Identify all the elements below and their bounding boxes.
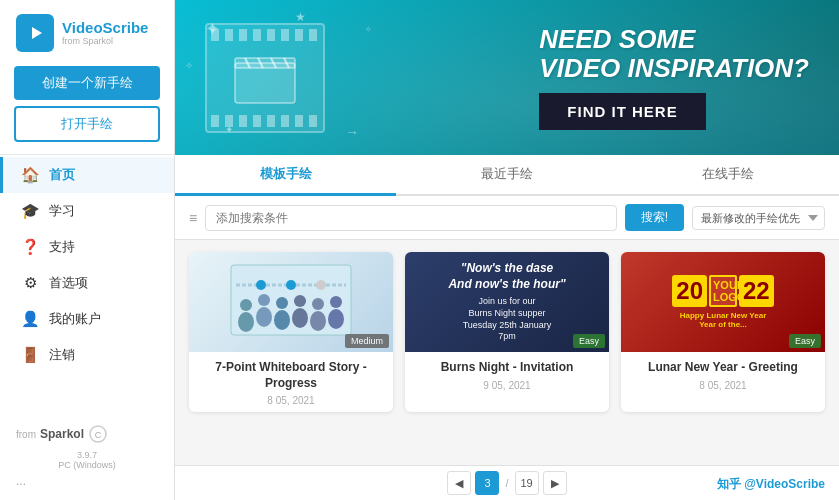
create-button[interactable]: 创建一个新手绘 [14, 66, 160, 100]
whiteboard-svg [226, 260, 356, 345]
list-view-icon[interactable]: ≡ [189, 210, 197, 226]
ny-year-20: 20 [672, 275, 707, 307]
main-content: ✦ ✧ ★ ✦ ✧ → NEED SOME VIDEO [175, 0, 839, 500]
sidebar-item-logout[interactable]: 🚪 注销 [0, 337, 174, 373]
pagination: ◀ 3 / 19 ▶ [447, 471, 566, 495]
svg-point-24 [286, 280, 296, 290]
card-3-thumb-content: 20 YOURLOGO 22 Happy Lunar New YearYear … [666, 269, 779, 335]
svg-text:C: C [95, 430, 102, 440]
tab-templates[interactable]: 模板手绘 [175, 155, 396, 196]
card-2-thumb: "Now's the dase And now's the hour" Join… [405, 252, 609, 352]
ny-subtitle: Happy Lunar New YearYear of the... [680, 311, 767, 329]
learn-icon: 🎓 [21, 202, 39, 220]
card-3-date: 8 05, 2021 [631, 380, 815, 391]
logo-icon [16, 14, 54, 52]
clapperboard-svg [230, 48, 300, 108]
pagination-next[interactable]: ▶ [543, 471, 567, 495]
card-1-difficulty: Medium [345, 334, 389, 348]
sidebar-item-learn[interactable]: 🎓 学习 [0, 193, 174, 229]
sidebar-item-support[interactable]: ❓ 支持 [0, 229, 174, 265]
card-2-info: Burns Night - Invitation 9 05, 2021 [405, 352, 609, 397]
logo-area: VideoScribe from Sparkol [0, 0, 174, 62]
sidebar-item-learn-label: 学习 [49, 202, 75, 220]
svg-point-16 [294, 295, 306, 307]
user-icon: 👤 [21, 310, 39, 328]
svg-rect-3 [235, 63, 295, 103]
card-1-date: 8 05, 2021 [199, 395, 383, 406]
banner-left [175, 23, 529, 133]
watermark-right: 知乎 @VideoScribe [567, 474, 825, 493]
sidebar-bottom: from Sparkol C 3.9.7 PC (Windows) ... [0, 412, 174, 500]
card-2[interactable]: "Now's the dase And now's the hour" Join… [405, 252, 609, 412]
sparkol-name-text: Sparkol [40, 427, 84, 441]
film-strip-illustration [205, 23, 325, 133]
find-it-button[interactable]: FIND IT HERE [539, 93, 705, 130]
tab-recent[interactable]: 最近手绘 [396, 155, 617, 196]
sort-select[interactable]: 最新修改的手绘优先 [692, 206, 825, 230]
support-icon: ❓ [21, 238, 39, 256]
pagination-total[interactable]: 19 [515, 471, 539, 495]
card-1-info: 7-Point Whiteboard Story - Progress 8 05… [189, 352, 393, 412]
tabs-bar: 模板手绘 最近手绘 在线手绘 [175, 155, 839, 196]
sidebar-item-preferences[interactable]: ⚙ 首选项 [0, 265, 174, 301]
search-input[interactable] [205, 205, 616, 231]
search-bar: ≡ 搜索! 最新修改的手绘优先 [175, 196, 839, 240]
home-icon: 🏠 [21, 166, 39, 184]
card-3-difficulty: Easy [789, 334, 821, 348]
svg-point-11 [238, 312, 254, 332]
card-2-date: 9 05, 2021 [415, 380, 599, 391]
watermark-text: 知乎 @VideoScribe [717, 477, 825, 491]
svg-point-12 [258, 294, 270, 306]
ny-year-22: 22 [739, 275, 774, 307]
sidebar-item-support-label: 支持 [49, 238, 75, 256]
sidebar-item-logout-label: 注销 [49, 346, 75, 364]
banner-headline-line1: NEED SOME [539, 25, 809, 54]
banner-headline: NEED SOME VIDEO INSPIRATION? [539, 25, 809, 82]
card-3-info: Lunar New Year - Greeting 8 05, 2021 [621, 352, 825, 397]
now-text: "Now's the dase [448, 261, 565, 277]
svg-point-18 [312, 298, 324, 310]
svg-point-10 [240, 299, 252, 311]
card-2-thumb-content: "Now's the dase And now's the hour" Join… [442, 255, 571, 349]
sidebar-nav: 🏠 首页 🎓 学习 ❓ 支持 ⚙ 首选项 👤 我的账户 🚪 注销 [0, 157, 174, 373]
sparkol-logo-icon: C [88, 424, 108, 444]
sidebar-item-account[interactable]: 👤 我的账户 [0, 301, 174, 337]
card-1-title: 7-Point Whiteboard Story - Progress [199, 360, 383, 391]
svg-point-23 [256, 280, 266, 290]
card-1-thumb: Medium [189, 252, 393, 352]
cards-grid: Medium 7-Point Whiteboard Story - Progre… [189, 252, 825, 412]
sidebar-divider [0, 154, 174, 155]
sparkol-logo: from Sparkol C [16, 424, 158, 444]
sidebar-item-preferences-label: 首选项 [49, 274, 88, 292]
open-button[interactable]: 打开手绘 [14, 106, 160, 142]
banner: ✦ ✧ ★ ✦ ✧ → NEED SOME VIDEO [175, 0, 839, 155]
cards-area: Medium 7-Point Whiteboard Story - Progre… [175, 240, 839, 465]
pagination-prev[interactable]: ◀ [447, 471, 471, 495]
gear-icon: ⚙ [21, 274, 39, 292]
banner-right: NEED SOME VIDEO INSPIRATION? FIND IT HER… [529, 25, 839, 129]
card-2-title: Burns Night - Invitation [415, 360, 599, 376]
card-1[interactable]: Medium 7-Point Whiteboard Story - Progre… [189, 252, 393, 412]
three-dots-button[interactable]: ... [16, 470, 158, 492]
invite-sub: Join us for ourBurns Night supperTuesday… [448, 296, 565, 343]
pagination-separator: / [503, 477, 510, 489]
card-3-thumb: 20 YOURLOGO 22 Happy Lunar New YearYear … [621, 252, 825, 352]
card-3-title: Lunar New Year - Greeting [631, 360, 815, 376]
pagination-current[interactable]: 3 [475, 471, 499, 495]
tab-online[interactable]: 在线手绘 [618, 155, 839, 196]
card-2-difficulty: Easy [573, 334, 605, 348]
svg-point-14 [276, 297, 288, 309]
svg-point-21 [328, 309, 344, 329]
sidebar-item-home[interactable]: 🏠 首页 [0, 157, 174, 193]
svg-point-25 [316, 280, 326, 290]
svg-point-13 [256, 307, 272, 327]
sidebar: VideoScribe from Sparkol 创建一个新手绘 打开手绘 🏠 … [0, 0, 175, 500]
hour-text: And now's the hour" [448, 277, 565, 293]
search-button[interactable]: 搜索! [625, 204, 684, 231]
logo-subtitle: from Sparkol [62, 36, 148, 46]
logout-icon: 🚪 [21, 346, 39, 364]
svg-point-19 [310, 311, 326, 331]
sidebar-item-account-label: 我的账户 [49, 310, 101, 328]
card-3[interactable]: 20 YOURLOGO 22 Happy Lunar New YearYear … [621, 252, 825, 412]
ny-logo-box: YOURLOGO [709, 275, 737, 307]
